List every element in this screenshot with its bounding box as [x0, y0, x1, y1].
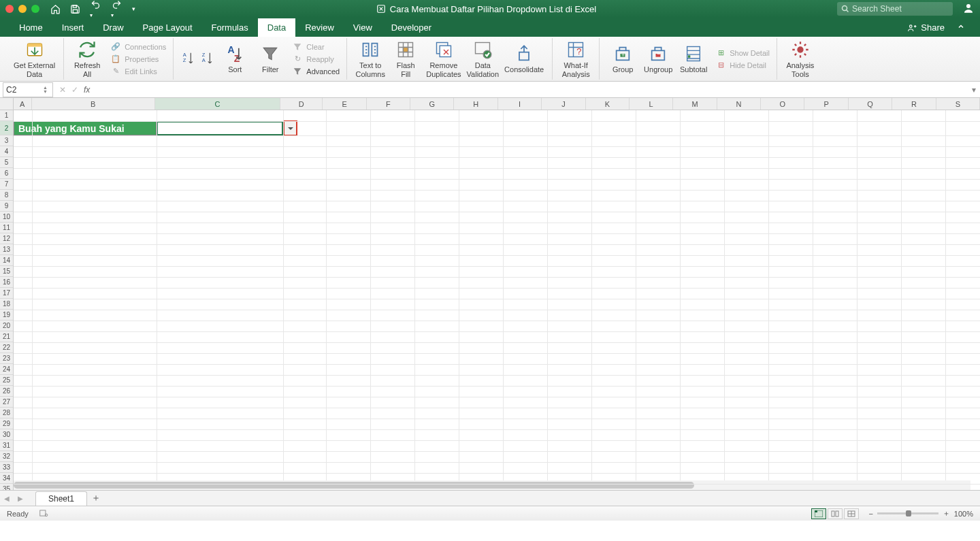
row-header-16[interactable]: 16 — [0, 277, 13, 288]
refresh-all-button[interactable]: Refresh All — [69, 38, 105, 79]
row-header-35[interactable]: 35 — [0, 484, 13, 490]
row-header-7[interactable]: 7 — [0, 179, 13, 190]
row-header-34[interactable]: 34 — [0, 473, 13, 484]
row-header-19[interactable]: 19 — [0, 310, 13, 321]
properties-button[interactable]: 📋Properties — [109, 54, 167, 65]
fx-icon[interactable]: fx — [84, 85, 90, 95]
col-header-p[interactable]: P — [804, 98, 848, 110]
minimize-window-button[interactable] — [18, 5, 27, 13]
row-header-32[interactable]: 32 — [0, 451, 13, 462]
zoom-in-button[interactable]: ＋ — [943, 508, 950, 519]
row-header-21[interactable]: 21 — [0, 331, 13, 342]
row-header-27[interactable]: 27 — [0, 397, 13, 408]
col-header-e[interactable]: E — [323, 98, 366, 110]
formula-input[interactable] — [94, 82, 968, 97]
sheet-tab-1[interactable]: Sheet1 — [35, 491, 87, 506]
flash-fill-button[interactable]: Flash Fill — [388, 38, 423, 79]
col-header-o[interactable]: O — [761, 98, 804, 110]
collapse-ribbon-button[interactable] — [951, 18, 970, 37]
edit-links-button[interactable]: ✎Edit Links — [109, 66, 167, 77]
col-header-a[interactable]: A — [14, 98, 32, 110]
row-header-1[interactable]: 1 — [0, 110, 13, 121]
col-header-b[interactable]: B — [32, 98, 155, 110]
maximize-window-button[interactable] — [31, 5, 39, 13]
col-header-q[interactable]: Q — [849, 98, 892, 110]
row-header-4[interactable]: 4 — [0, 146, 13, 157]
col-header-g[interactable]: G — [410, 98, 454, 110]
save-icon[interactable] — [70, 4, 80, 14]
what-if-analysis-button[interactable]: ?What-If Analysis — [558, 38, 593, 79]
ungroup-button[interactable]: −Ungroup — [640, 42, 676, 75]
row-header-18[interactable]: 18 — [0, 299, 13, 310]
row-header-2[interactable]: 2 — [0, 121, 13, 135]
cells-area[interactable]: Buah yang Kamu Sukai — [14, 110, 980, 480]
row-header-14[interactable]: 14 — [0, 255, 13, 266]
horizontal-scrollbar[interactable] — [14, 480, 970, 490]
home-icon[interactable] — [50, 4, 61, 14]
row-header-9[interactable]: 9 — [0, 201, 13, 212]
add-sheet-button[interactable]: ＋ — [87, 492, 105, 504]
row-header-24[interactable]: 24 — [0, 364, 13, 375]
tab-home[interactable]: Home — [10, 18, 52, 37]
row-header-31[interactable]: 31 — [0, 440, 13, 451]
group-button[interactable]: +Group — [605, 42, 640, 75]
row-header-11[interactable]: 11 — [0, 223, 13, 233]
consolidate-button[interactable]: Consolidate — [502, 42, 546, 75]
connections-button[interactable]: 🔗Connections — [109, 42, 167, 52]
row-header-17[interactable]: 17 — [0, 288, 13, 299]
page-break-view-button[interactable] — [844, 508, 859, 519]
share-button[interactable]: Share — [900, 18, 951, 37]
col-header-j[interactable]: J — [542, 98, 585, 110]
col-header-h[interactable]: H — [454, 98, 497, 110]
undo-icon[interactable]: ▾ — [90, 0, 101, 19]
col-header-k[interactable]: K — [586, 98, 630, 110]
get-external-data-button[interactable]: Get External Data — [11, 38, 58, 79]
row-header-13[interactable]: 13 — [0, 244, 13, 255]
zoom-out-button[interactable]: − — [868, 510, 872, 518]
zoom-slider[interactable] — [877, 512, 938, 514]
row-header-5[interactable]: 5 — [0, 157, 13, 168]
analysis-tools-button[interactable]: Analysis Tools — [783, 38, 818, 79]
sort-az-button[interactable]: AZ — [179, 48, 198, 71]
col-header-l[interactable]: L — [630, 98, 673, 110]
cell-c2-selected[interactable] — [157, 121, 283, 135]
redo-icon[interactable]: ▾ — [111, 0, 122, 19]
col-header-s[interactable]: S — [936, 98, 980, 110]
sort-za-button[interactable]: ZA — [198, 48, 217, 71]
hide-detail-button[interactable]: ⊟Hide Detail — [714, 60, 771, 71]
col-header-d[interactable]: D — [280, 98, 323, 110]
clear-filter-button[interactable]: Clear — [291, 42, 341, 52]
close-window-button[interactable] — [5, 5, 14, 13]
sort-button[interactable]: AZ Sort — [217, 42, 252, 75]
tab-developer[interactable]: Developer — [382, 18, 441, 37]
row-header-20[interactable]: 20 — [0, 321, 13, 331]
row-header-28[interactable]: 28 — [0, 408, 13, 419]
tab-draw[interactable]: Draw — [93, 18, 133, 37]
tab-data[interactable]: Data — [258, 18, 295, 37]
tab-view[interactable]: View — [344, 18, 382, 37]
row-header-22[interactable]: 22 — [0, 342, 13, 353]
accept-formula-icon[interactable]: ✓ — [71, 85, 78, 95]
expand-formula-bar[interactable]: ▾ — [968, 85, 980, 95]
show-detail-button[interactable]: ⊞Show Detail — [714, 48, 771, 59]
row-header-23[interactable]: 23 — [0, 353, 13, 364]
row-header-33[interactable]: 33 — [0, 462, 13, 473]
col-header-c[interactable]: C — [155, 98, 280, 110]
row-header-30[interactable]: 30 — [0, 429, 13, 440]
select-all-corner[interactable] — [0, 98, 14, 110]
row-header-29[interactable]: 29 — [0, 419, 13, 429]
subtotal-button[interactable]: Subtotal — [676, 42, 711, 75]
text-to-columns-button[interactable]: Text to Columns — [353, 38, 388, 79]
hscroll-thumb[interactable] — [14, 482, 694, 489]
row-header-3[interactable]: 3 — [0, 135, 13, 146]
tab-review[interactable]: Review — [295, 18, 344, 37]
col-header-m[interactable]: M — [673, 98, 717, 110]
row-header-26[interactable]: 26 — [0, 386, 13, 397]
macro-record-icon[interactable] — [38, 508, 49, 519]
cell-b2[interactable]: Buah yang Kamu Sukai — [14, 121, 157, 135]
cancel-formula-icon[interactable]: ✕ — [59, 85, 66, 95]
row-header-10[interactable]: 10 — [0, 212, 13, 223]
row-header-8[interactable]: 8 — [0, 190, 13, 201]
sheet-nav-next[interactable]: ▶ — [14, 495, 27, 502]
name-box-stepper[interactable]: ▲▼ — [43, 86, 50, 94]
